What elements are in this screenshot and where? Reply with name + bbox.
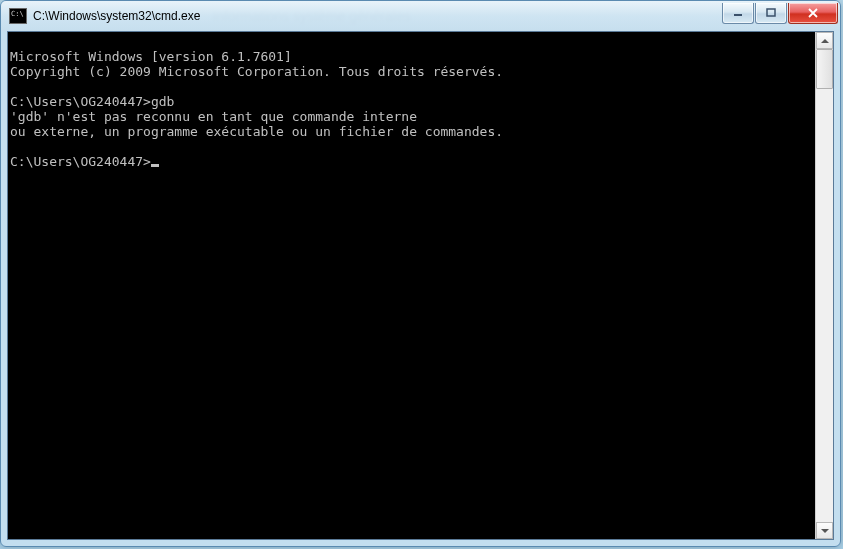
minimize-icon (733, 8, 743, 18)
maximize-icon (766, 8, 776, 18)
scroll-thumb[interactable] (816, 49, 833, 89)
prompt-line: C:\Users\OG240447>gdb (10, 94, 174, 109)
close-button[interactable] (788, 3, 838, 24)
prompt-line: C:\Users\OG240447> (10, 154, 159, 169)
window-controls (721, 3, 838, 23)
scroll-track[interactable] (816, 49, 833, 522)
scroll-down-button[interactable] (816, 522, 833, 539)
minimize-button[interactable] (722, 3, 754, 24)
console-output[interactable]: Microsoft Windows [version 6.1.7601] Cop… (8, 32, 815, 539)
chevron-up-icon (821, 39, 829, 43)
cursor (151, 164, 159, 167)
vertical-scrollbar[interactable] (815, 32, 833, 539)
svg-rect-0 (734, 14, 742, 16)
svg-rect-1 (767, 9, 775, 16)
output-line: 'gdb' n'est pas reconnu en tant que comm… (10, 109, 417, 124)
maximize-button[interactable] (755, 3, 787, 24)
chevron-down-icon (821, 529, 829, 533)
output-line: Microsoft Windows [version 6.1.7601] (10, 49, 292, 64)
titlebar[interactable]: C:\Windows\system32\cmd.exe (1, 1, 840, 31)
output-line: Copyright (c) 2009 Microsoft Corporation… (10, 64, 503, 79)
cmd-window: C:\Windows\system32\cmd.exe Microsoft Wi… (0, 0, 841, 547)
cmd-icon (9, 8, 27, 24)
window-title: C:\Windows\system32\cmd.exe (33, 9, 721, 23)
close-icon (807, 8, 819, 18)
output-line: ou externe, un programme exécutable ou u… (10, 124, 503, 139)
client-area: Microsoft Windows [version 6.1.7601] Cop… (7, 31, 834, 540)
scroll-up-button[interactable] (816, 32, 833, 49)
